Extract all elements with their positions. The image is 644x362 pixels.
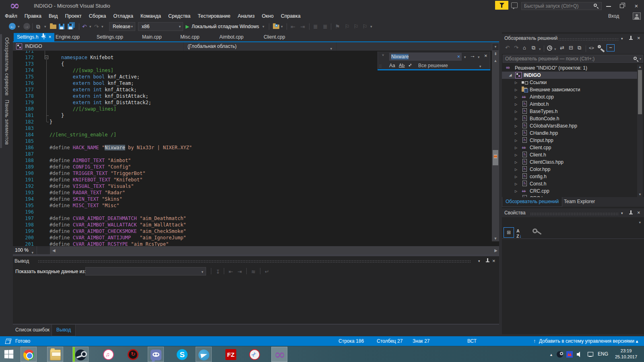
tab-settings-h[interactable]: Settings.h푸×	[14, 33, 54, 41]
taskbar-filezilla-button[interactable]: FZ	[225, 349, 236, 360]
taskbar-telegram-button[interactable]	[196, 347, 212, 362]
code-line-201[interactable]: 201#define CVAR_AIMBOT_RCSTYPE "aim_RcsT…	[13, 241, 499, 246]
code-line-185[interactable]: 185	[13, 138, 499, 144]
find-input[interactable]: Nixware×	[389, 53, 462, 61]
bookmark-icon[interactable]: ⚑	[335, 23, 340, 31]
menu-2[interactable]: Вид	[45, 12, 62, 20]
outline-collapse-icon[interactable]: −	[45, 56, 48, 59]
close-button[interactable]: ×	[634, 4, 639, 9]
configuration-select[interactable]: Release▾	[109, 22, 135, 31]
se-pending-changes-icon[interactable]	[547, 45, 552, 51]
find-next-dropdown[interactable]: ▾	[478, 55, 480, 59]
menu-8[interactable]: Тестирование	[194, 12, 234, 20]
collapsed-arrow-icon[interactable]: ▷	[515, 173, 517, 181]
menu-1[interactable]: Правка	[21, 12, 45, 20]
code-line-183[interactable]: 183	[13, 125, 499, 132]
code-line-196[interactable]: 196	[13, 209, 499, 215]
collapsed-arrow-icon[interactable]: ▷	[515, 101, 517, 108]
find-drag-grip[interactable]	[379, 64, 381, 68]
navigate-back-dropdown[interactable]: ▾	[18, 25, 20, 29]
new-window-icon[interactable]: ⧉	[36, 23, 40, 31]
next-bookmark-icon[interactable]: ⚐	[353, 23, 359, 31]
clear-search-icon[interactable]: ×	[457, 53, 460, 61]
se-search-dropdown[interactable]: ▾	[640, 57, 641, 61]
server-explorer-tab[interactable]: Обозреватель серверов	[0, 34, 13, 99]
collapsed-arrow-icon[interactable]: ▷	[515, 115, 517, 123]
add-to-source-control-button[interactable]: ↑Добавить в систему управления версиями …	[533, 338, 638, 344]
volume-icon[interactable]	[577, 351, 583, 358]
feedback-icon[interactable]	[511, 2, 518, 8]
se-show-all-files-icon[interactable]: ⧉	[578, 45, 581, 51]
output-content[interactable]	[13, 277, 499, 324]
collapsed-arrow-icon[interactable]: ▷	[515, 137, 517, 144]
navigate-back-icon[interactable]: ←	[9, 23, 16, 30]
code-editor[interactable]: 171172 namespace Knifebot173 {174 //[swa…	[13, 51, 499, 246]
avatar-icon[interactable]	[633, 12, 641, 20]
tab-client-cpp[interactable]: Client.cpp	[264, 33, 285, 41]
code-line-181[interactable]: 181 }	[13, 112, 499, 119]
tab-settings-cpp[interactable]: Settings.cpp	[97, 33, 123, 41]
tree-item--[interactable]: ▷Внешние зависимости	[502, 86, 637, 93]
properties-close-icon[interactable]: ×	[637, 210, 640, 216]
output-source-select[interactable]: ▾	[85, 267, 206, 276]
output-pin-icon[interactable]	[486, 258, 489, 263]
categorized-icon[interactable]: ⊞	[504, 227, 514, 238]
goto-message-icon[interactable]: ↧	[216, 269, 220, 275]
split-editor-handle[interactable]: ⇕	[492, 51, 499, 58]
collapsed-arrow-icon[interactable]: ▷	[515, 166, 517, 173]
tree-item-cglobalvarsbase-hpp[interactable]: ▷hCGlobalVarsBase.hpp	[502, 122, 637, 130]
code-line-182[interactable]: 182}	[13, 119, 499, 125]
menu-10[interactable]: Окно	[258, 12, 277, 20]
previous-bookmark-icon[interactable]: ⚐	[345, 23, 350, 31]
maximize-button[interactable]	[620, 4, 624, 8]
tree-item-cinput-hpp[interactable]: ▷hCInput.hpp	[502, 137, 637, 144]
tree-item-client-cpp[interactable]: ▷++Client.cpp	[502, 144, 637, 151]
find-scope-dropdown-icon[interactable]: ▾	[479, 64, 481, 68]
menu-9[interactable]: Анализ	[234, 12, 258, 20]
bookmark-dropdown[interactable]: ▾	[370, 25, 372, 29]
menu-5[interactable]: Отладка	[110, 12, 137, 20]
tray-app-icon[interactable]	[566, 351, 573, 358]
code-line-194[interactable]: 194#define SKIN_TEXT "Skins"	[13, 196, 499, 202]
se-menu-dropdown[interactable]: ▾	[621, 37, 623, 41]
tab-engine-cpp[interactable]: Engine.cpp	[56, 33, 80, 41]
find-expand-chevron-icon[interactable]: ˅	[382, 53, 384, 57]
save-all-icon[interactable]	[68, 24, 73, 29]
alphabetical-icon[interactable]: AZ	[516, 228, 522, 239]
scroll-down-icon[interactable]: ▼	[492, 237, 499, 241]
taskbar-visual-studio-button[interactable]: ∞	[271, 347, 287, 362]
tree-item-crc-cpp[interactable]: ▷++CRC.cpp	[502, 187, 637, 195]
code-line-195[interactable]: 195#define MISC_TEXT "Misc"	[13, 202, 499, 209]
se-back-icon[interactable]: ↶	[505, 45, 510, 51]
se-scrollbar[interactable]: ▲ ▼	[637, 64, 643, 197]
undo-dropdown[interactable]: ▾	[89, 25, 91, 29]
start-debug-icon[interactable]: ▶	[186, 23, 189, 31]
code-line-187[interactable]: 187	[13, 151, 499, 157]
taskbar-steam-button[interactable]	[72, 347, 89, 362]
word-wrap-icon[interactable]: ↵	[265, 269, 269, 275]
tab-team-explorer[interactable]: Team Explorer	[561, 197, 598, 207]
sign-in-link[interactable]: Вход	[608, 13, 619, 19]
add-item-icon[interactable]	[50, 25, 56, 29]
collapsed-arrow-icon[interactable]: ▷	[515, 152, 517, 159]
se-home-icon[interactable]: ⌂	[523, 45, 526, 51]
taskbar-itunes-button[interactable]	[103, 349, 114, 360]
toolbox-tab[interactable]: Панель элементов	[0, 97, 13, 148]
tree-item-buttoncode-h[interactable]: ▷hButtonCode.h	[502, 115, 637, 122]
tree-solution-row[interactable]: ∞Решение "INDIGO" (проектов: 1)	[502, 64, 637, 72]
tab-aimbot-cpp[interactable]: Aimbot.cpp	[219, 33, 244, 41]
find-dropdown[interactable]: ▾	[281, 25, 283, 29]
taskbar-game-button[interactable]	[128, 349, 138, 360]
undo-icon[interactable]: ↶	[82, 23, 87, 31]
tree-item-config-h[interactable]: ▷hconfig.h	[502, 173, 637, 180]
se-pin-icon[interactable]	[629, 36, 633, 41]
se-switch-views-dropdown[interactable]: ▾	[539, 47, 541, 51]
collapsed-arrow-icon[interactable]: ▷	[515, 79, 517, 86]
save-icon[interactable]	[59, 24, 64, 29]
quick-launch-input[interactable]: Быстрый запуск (Ctrl+Q)	[521, 2, 602, 10]
menu-6[interactable]: Команда	[137, 12, 165, 20]
tree-item-color-hpp[interactable]: ▷hColor.hpp	[502, 166, 637, 173]
tree-item-basetypes-h[interactable]: ▷hBaseTypes.h	[502, 108, 637, 115]
code-line-178[interactable]: 178 extern int knf_DistAttack;	[13, 93, 499, 99]
redo-dropdown[interactable]: ▾	[101, 25, 103, 29]
